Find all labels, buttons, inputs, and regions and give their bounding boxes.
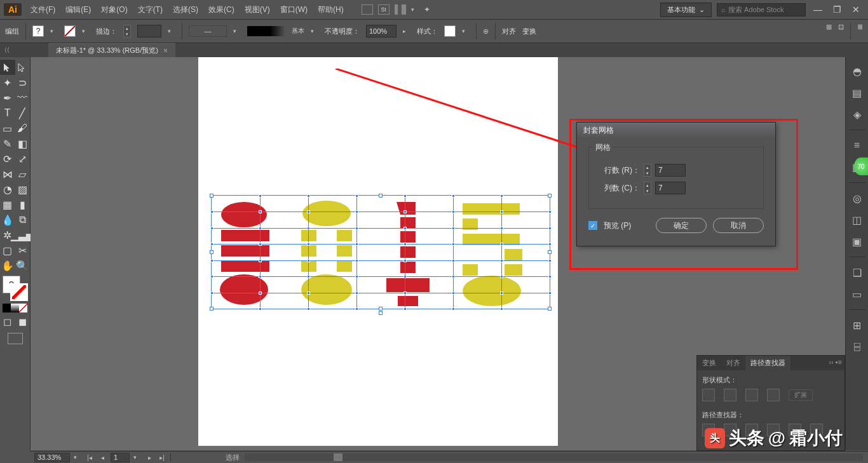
perspective-tool[interactable]: ▨ <box>15 182 31 197</box>
dock-appearance-icon[interactable]: ◎ <box>851 192 864 205</box>
rotate-tool[interactable]: ⟳ <box>0 151 15 166</box>
dock-color-icon[interactable]: ◓ <box>851 65 864 77</box>
dock-graphic-styles-icon[interactable]: ▣ <box>851 235 864 248</box>
color-mode-gradient[interactable] <box>11 304 19 312</box>
tab-pathfinder[interactable]: 路径查找器 <box>745 356 790 370</box>
rows-input[interactable] <box>655 164 686 177</box>
graphic-style-swatch[interactable] <box>444 25 456 37</box>
selection-tool[interactable] <box>0 60 15 75</box>
transform-label[interactable]: 变换 <box>522 27 536 36</box>
rows-stepper[interactable]: ▴▾ <box>644 164 651 177</box>
nav-last-icon[interactable]: ▸| <box>158 453 166 462</box>
shaper-tool[interactable]: ✎ <box>0 136 15 151</box>
align-label[interactable]: 对齐 <box>502 27 516 36</box>
menu-effect[interactable]: 效果(C) <box>203 4 240 15</box>
pen-tool[interactable]: ✒ <box>0 90 15 105</box>
dock-swatches-icon[interactable]: ▤ <box>851 86 864 99</box>
stroke-weight-drop[interactable]: ▾ <box>168 28 175 34</box>
tab-transform[interactable]: 变换 <box>697 356 721 370</box>
lasso-tool[interactable]: ⊃ <box>15 75 31 90</box>
cols-input[interactable] <box>655 182 686 194</box>
menu-help[interactable]: 帮助(H) <box>313 4 349 15</box>
stroke-indicator[interactable] <box>10 283 28 301</box>
menu-select[interactable]: 选择(S) <box>168 4 203 15</box>
draw-behind[interactable]: ◼ <box>15 314 31 329</box>
artboard-drop-icon[interactable]: ▾ <box>133 454 141 460</box>
exclude-icon[interactable] <box>767 389 780 401</box>
arrange-icon[interactable] <box>395 4 406 15</box>
menu-view[interactable]: 视图(V) <box>240 4 275 15</box>
dock-transparency-icon[interactable]: ◫ <box>851 213 864 226</box>
opacity-drop-icon[interactable]: ▸ <box>403 28 410 34</box>
tab-corner-icon[interactable]: ⟨⟨ <box>4 43 10 56</box>
fill-stroke-indicator[interactable]: ? <box>3 276 28 301</box>
dock-stroke-icon[interactable]: ≡ <box>851 139 864 152</box>
horizontal-scrollbar[interactable] <box>245 453 863 461</box>
eyedropper-tool[interactable]: 💧 <box>0 212 15 227</box>
stroke-swatch[interactable] <box>64 25 76 37</box>
draw-mode[interactable]: ◻ <box>0 314 15 329</box>
tab-align[interactable]: 对齐 <box>721 356 745 370</box>
gradient-tool[interactable]: ▮ <box>15 197 31 212</box>
unite-icon[interactable] <box>702 389 715 401</box>
preview-checkbox[interactable]: ✓ <box>588 221 597 230</box>
scale-tool[interactable]: ⤢ <box>15 151 31 166</box>
dock-links-icon[interactable]: ⌸ <box>851 340 864 353</box>
screen-mode[interactable] <box>8 333 23 344</box>
artboard-number-input[interactable] <box>111 453 130 462</box>
color-mode-solid[interactable] <box>3 304 11 312</box>
restore-button[interactable]: ❐ <box>830 4 844 15</box>
opacity-input[interactable] <box>366 25 397 37</box>
panel-menu-icon[interactable]: ≣ <box>857 23 863 39</box>
minus-front-icon[interactable] <box>724 389 736 401</box>
type-tool[interactable]: T <box>0 105 15 121</box>
fill-swatch[interactable]: ? <box>32 25 44 37</box>
document-tab[interactable]: 未标题-1* @ 33.33% (RGB/预览) × <box>48 43 175 57</box>
rectangle-tool[interactable]: ▭ <box>0 121 15 136</box>
dock-libraries-icon[interactable]: ⊞ <box>851 319 864 332</box>
tab-close-icon[interactable]: × <box>163 46 168 55</box>
dock-layers-icon[interactable]: ❑ <box>851 266 864 279</box>
isolate-icon[interactable]: ⊞ <box>826 23 832 39</box>
cols-stepper[interactable]: ▴▾ <box>644 182 651 194</box>
ok-button[interactable]: 确定 <box>656 218 707 233</box>
stroke-weight-input[interactable] <box>137 25 161 37</box>
stroke-stepper[interactable]: ▴▾ <box>123 25 131 37</box>
search-input[interactable]: ⌕ 搜索 Adobe Stock <box>717 3 806 17</box>
line-tool[interactable]: ╱ <box>15 105 31 121</box>
mesh-tool[interactable]: ▦ <box>0 197 15 212</box>
brush-definition[interactable] <box>247 26 285 36</box>
vw-drop-icon[interactable]: ▾ <box>233 28 241 34</box>
recolor-icon[interactable]: ⊕ <box>483 27 489 36</box>
zoom-tool[interactable]: 🔍 <box>15 258 31 273</box>
graph-tool[interactable]: ▁▃▅ <box>15 227 30 243</box>
artboard-tool[interactable]: ▢ <box>0 243 15 258</box>
workspace-switcher[interactable]: 基本功能 ⌄ <box>660 3 712 17</box>
slice-tool[interactable]: ✂ <box>15 243 31 258</box>
dialog-title[interactable]: 封套网格 <box>577 123 775 138</box>
fill-drop-icon[interactable]: ▾ <box>50 28 58 34</box>
brush-drop-icon[interactable]: ▾ <box>311 28 318 34</box>
menu-type[interactable]: 文字(T) <box>133 4 168 15</box>
dock-brushes-icon[interactable]: ◈ <box>851 108 864 121</box>
close-button[interactable]: ✕ <box>849 4 863 15</box>
intersect-icon[interactable] <box>745 389 758 401</box>
bridge-icon[interactable] <box>362 4 373 15</box>
menu-window[interactable]: 窗口(W) <box>275 4 313 15</box>
gpu-icon[interactable]: ✦ <box>424 5 430 14</box>
panel-overflow-icon[interactable]: ›› ▪≡ <box>826 356 844 370</box>
nav-next-icon[interactable]: ▸ <box>145 453 154 462</box>
magic-wand-tool[interactable]: ✦ <box>0 75 15 90</box>
width-tool[interactable]: ⋈ <box>0 166 15 182</box>
edit-contents-icon[interactable]: ⊡ <box>838 23 844 39</box>
direct-selection-tool[interactable] <box>15 60 31 75</box>
cancel-button[interactable]: 取消 <box>713 218 764 233</box>
menu-file[interactable]: 文件(F) <box>25 4 60 15</box>
style-drop-icon[interactable]: ▾ <box>462 28 470 34</box>
shape-builder-tool[interactable]: ◔ <box>0 182 15 197</box>
minimize-button[interactable]: — <box>811 4 825 15</box>
nav-first-icon[interactable]: |◂ <box>85 453 94 462</box>
stroke-drop-icon[interactable]: ▾ <box>82 28 90 34</box>
curvature-tool[interactable]: 〰 <box>15 90 31 105</box>
eraser-tool[interactable]: ◧ <box>15 136 31 151</box>
